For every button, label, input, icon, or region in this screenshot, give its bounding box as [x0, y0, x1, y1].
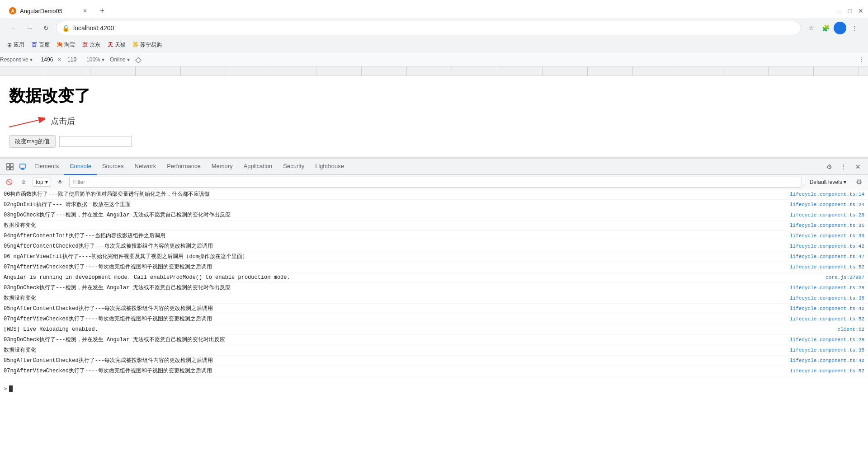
viewport-height-input[interactable]	[63, 56, 81, 63]
console-line-source[interactable]: lifecycle.component.ts:39	[783, 233, 864, 239]
device-toggle-button[interactable]	[16, 160, 29, 173]
devtools-settings-button[interactable]: ⚙	[823, 160, 835, 173]
tab-title: AngularDemo05	[20, 8, 78, 14]
console-line-text: 03ngDoCheck执行了---检测，并在发生 Angular 无法或不愿意自…	[4, 336, 783, 344]
console-line-source[interactable]: lifecycle.component.ts:24	[783, 202, 864, 207]
filter-input[interactable]	[69, 177, 802, 188]
svg-line-1	[9, 118, 45, 127]
change-msg-button[interactable]: 改变msg的值	[9, 135, 56, 148]
jd-label: 京东	[90, 41, 100, 49]
inspect-icon-button[interactable]	[4, 160, 16, 173]
tab-memory[interactable]: Memory	[206, 159, 238, 175]
active-tab[interactable]: A AngularDemo05 ✕	[4, 4, 94, 18]
arrow-svg	[9, 114, 45, 128]
devtools-close-button[interactable]: ✕	[852, 160, 864, 173]
filter-toggle-button[interactable]: ⊘	[18, 177, 29, 188]
console-line-source[interactable]: client:52	[830, 327, 864, 332]
reload-button[interactable]: ↻	[40, 22, 52, 34]
console-line: 07ngAfterViewChecked执行了----每次做完组件视图和子视图的…	[0, 314, 868, 324]
baidu-icon: 百	[32, 41, 37, 49]
address-bar: ← → ↻ 🔒 localhost:4200 ☆ 🧩 👤 ⋮	[0, 18, 868, 38]
close-window-button[interactable]: ✕	[857, 7, 864, 14]
console-line-source[interactable]: lifecycle.component.ts:42	[783, 244, 864, 249]
svg-rect-6	[20, 164, 25, 168]
bookmark-baidu[interactable]: 百 百度	[32, 41, 50, 49]
tab-elements[interactable]: Elements	[29, 159, 64, 175]
profile-button[interactable]: 👤	[834, 22, 846, 34]
console-line-source[interactable]: lifecycle.component.ts:35	[783, 296, 864, 301]
bookmark-taobao[interactable]: 淘 淘宝	[57, 41, 75, 49]
svg-rect-4	[7, 167, 9, 170]
bookmark-suning[interactable]: 苏 苏宁易购	[133, 41, 162, 49]
tab-lighthouse[interactable]: Lighthouse	[310, 159, 349, 175]
inspect-icon	[6, 163, 14, 170]
console-line-source[interactable]: lifecycle.component.ts:42	[783, 358, 864, 363]
console-line: 07ngAfterViewChecked执行了----每次做完组件视图和子视图的…	[0, 262, 868, 272]
console-line-text: 05ngAfterContentChecked执行了---每次完成被投影组件内容…	[4, 357, 783, 365]
console-line-source[interactable]: lifecycle.component.ts:52	[783, 316, 864, 322]
console-line: 数据没有变化lifecycle.component.ts:35	[0, 293, 868, 304]
console-line-source[interactable]: lifecycle.component.ts:35	[783, 223, 864, 228]
jd-icon: 京	[82, 41, 88, 49]
maximize-button[interactable]: □	[846, 7, 854, 14]
console-line-source[interactable]: lifecycle.component.ts:28	[783, 285, 864, 291]
console-output[interactable]: 00构造函数执行了---除了使用简单的值对局部变量进行初始化之外，什么都不应该做…	[0, 189, 868, 383]
msg-input[interactable]	[59, 136, 132, 147]
device-icon[interactable]: ◇	[135, 55, 142, 65]
url-text: localhost:4200	[73, 24, 114, 32]
suning-label: 苏宁易购	[140, 41, 162, 49]
clear-console-button[interactable]: 🚫	[4, 177, 14, 188]
page-heading: 数据改变了	[9, 85, 859, 107]
devtools-more-button[interactable]: ⋮	[837, 160, 850, 173]
console-line-text: 数据没有变化	[4, 294, 783, 302]
console-line-text: 04ngAfterContentInit执行了---当把内容投影进组件之后调用	[4, 232, 783, 240]
url-bar[interactable]: 🔒 localhost:4200	[56, 21, 801, 35]
tab-application[interactable]: Application	[238, 159, 278, 175]
console-line: 03ngDoCheck执行了---检测，并在发生 Angular 无法或不愿意自…	[0, 335, 868, 345]
log-level-select[interactable]: Default levels ▾	[806, 178, 850, 186]
responsive-select[interactable]: Responsive ▾	[0, 56, 33, 63]
console-line-source[interactable]: lifecycle.component.ts:52	[783, 264, 864, 270]
bookmark-jd[interactable]: 京 京东	[82, 41, 100, 49]
page-content: 数据改变了 点击后 改变msg的值	[0, 76, 868, 158]
console-settings-button[interactable]: ⚙	[854, 177, 864, 188]
zoom-select[interactable]: 100% ▾	[86, 56, 104, 63]
tab-favicon: A	[9, 7, 16, 14]
viewport-toolbar: Responsive ▾ × 100% ▾ Online ▾ ◇ ⋮	[0, 52, 868, 67]
tab-sources[interactable]: Sources	[97, 159, 129, 175]
title-bar: A AngularDemo05 ✕ + ─ □ ✕	[0, 0, 868, 18]
viewport-width-input[interactable]	[38, 56, 56, 63]
more-icon[interactable]: ⋮	[859, 56, 864, 63]
network-select[interactable]: Online ▾	[110, 56, 130, 63]
arrow-annotation	[9, 114, 45, 128]
context-select[interactable]: top ▾	[33, 178, 51, 187]
tab-security[interactable]: Security	[278, 159, 310, 175]
forward-button[interactable]: →	[24, 22, 36, 34]
console-line-source[interactable]: core.js:27907	[818, 275, 864, 280]
bookmark-tmall[interactable]: 天 天猫	[108, 41, 126, 49]
baidu-label: 百度	[39, 41, 50, 49]
console-line-source[interactable]: lifecycle.component.ts:52	[783, 368, 864, 374]
console-line-source[interactable]: lifecycle.component.ts:28	[783, 337, 864, 343]
minimize-button[interactable]: ─	[835, 7, 843, 14]
console-line-source[interactable]: lifecycle.component.ts:42	[783, 306, 864, 311]
tab-network[interactable]: Network	[129, 159, 162, 175]
viewport-dimensions: ×	[38, 56, 81, 63]
console-line-source[interactable]: lifecycle.component.ts:28	[783, 212, 864, 218]
eye-button[interactable]: 👁	[55, 177, 66, 188]
new-tab-button[interactable]: +	[96, 5, 108, 17]
tab-performance[interactable]: Performance	[161, 159, 206, 175]
console-line-source[interactable]: lifecycle.component.ts:35	[783, 348, 864, 353]
devtools-panel: Elements Console Sources Network Perform…	[0, 159, 868, 394]
svg-rect-3	[10, 164, 13, 166]
console-line-source[interactable]: lifecycle.component.ts:47	[783, 254, 864, 259]
tab-close-button[interactable]: ✕	[81, 7, 89, 14]
console-line-source[interactable]: lifecycle.component.ts:14	[783, 192, 864, 197]
menu-button[interactable]: ⋮	[848, 22, 861, 34]
bookmark-button[interactable]: ☆	[805, 22, 817, 34]
extensions-button[interactable]: 🧩	[819, 22, 832, 34]
bookmark-apps[interactable]: ⊞ 应用	[7, 41, 24, 49]
tab-console[interactable]: Console	[64, 159, 97, 175]
back-button[interactable]: ←	[7, 22, 20, 34]
console-line-text: 数据没有变化	[4, 346, 783, 354]
